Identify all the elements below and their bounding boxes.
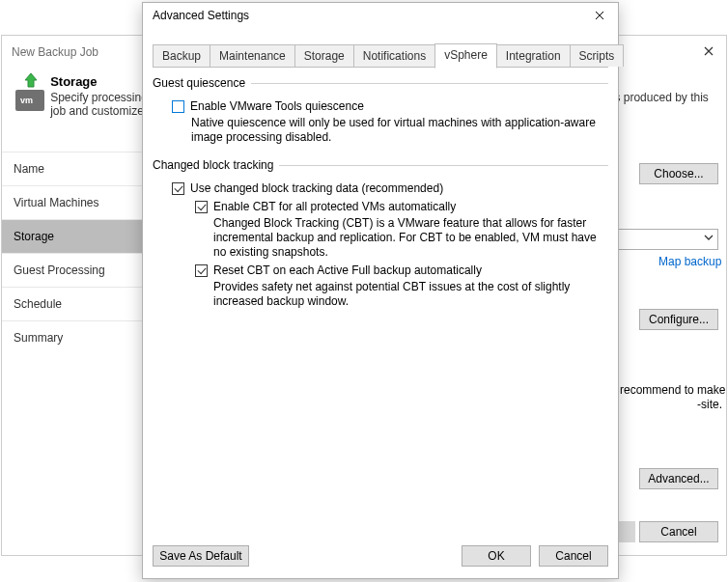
checkbox-use-cbt[interactable] <box>172 182 184 195</box>
nav-summary[interactable]: Summary <box>2 320 152 354</box>
nav-schedule[interactable]: Schedule <box>2 287 152 320</box>
advanced-settings-dialog: Advanced Settings Backup Maintenance Sto… <box>142 2 619 579</box>
ok-button[interactable]: OK <box>462 545 531 567</box>
label-enable-quiescence: Enable VMware Tools quiescence <box>190 99 364 114</box>
text-fragment-1: recommend to make <box>620 383 725 397</box>
checkbox-enable-quiescence[interactable] <box>172 100 184 113</box>
storage-icon: vm <box>12 74 41 115</box>
wizard-title: New Backup Job <box>12 45 98 59</box>
desc-enable-cbt-auto: Changed Block Tracking (CBT) is a VMware… <box>213 216 608 260</box>
desc-enable-quiescence: Native quiescence will only be used for … <box>191 116 608 145</box>
text-fragment-2: -site. <box>697 398 722 411</box>
tab-vsphere[interactable]: vSphere <box>434 43 497 69</box>
save-default-button[interactable]: Save As Default <box>153 545 249 567</box>
nav-storage[interactable]: Storage <box>2 219 152 253</box>
tab-backup[interactable]: Backup <box>153 44 210 67</box>
dialog-title: Advanced Settings <box>153 9 249 22</box>
chevron-down-icon <box>704 233 714 242</box>
tab-scripts[interactable]: Scripts <box>570 44 625 67</box>
desc-reset-cbt: Provides safety net against potential CB… <box>213 280 608 309</box>
map-backup-link[interactable]: Map backup <box>658 255 721 268</box>
label-enable-cbt-auto: Enable CBT for all protected VMs automat… <box>213 200 456 214</box>
wizard-cancel-button[interactable]: Cancel <box>639 521 718 542</box>
advanced-button[interactable]: Advanced... <box>639 468 718 489</box>
dialog-close-button[interactable] <box>583 5 616 26</box>
wizard-nav: Name Virtual Machines Storage Guest Proc… <box>2 152 152 555</box>
tab-notifications[interactable]: Notifications <box>353 44 435 67</box>
wizard-close-button[interactable] <box>699 42 718 61</box>
dialog-footer: Save As Default Cancel OK <box>153 545 608 568</box>
tab-body: Guest quiescence Enable VMware Tools qui… <box>153 67 608 538</box>
close-icon <box>595 11 604 20</box>
checkbox-enable-cbt-auto[interactable] <box>195 201 208 213</box>
label-use-cbt: Use changed block tracking data (recomme… <box>190 181 443 196</box>
choose-button[interactable]: Choose... <box>639 163 718 184</box>
close-icon <box>704 46 714 56</box>
checkbox-reset-cbt[interactable] <box>195 264 208 277</box>
nav-virtual-machines[interactable]: Virtual Machines <box>2 185 152 219</box>
tab-strip: Backup Maintenance Storage Notifications… <box>153 43 608 68</box>
configure-button[interactable]: Configure... <box>639 309 718 330</box>
group-guest-quiescence: Guest quiescence Enable VMware Tools qui… <box>153 76 608 149</box>
legend-cbt: Changed block tracking <box>153 158 279 172</box>
cancel-button[interactable]: Cancel <box>539 545 608 567</box>
legend-guest: Guest quiescence <box>153 76 251 90</box>
group-cbt: Changed block tracking Use changed block… <box>153 158 608 313</box>
nav-guest-processing[interactable]: Guest Processing <box>2 253 152 287</box>
nav-name[interactable]: Name <box>2 152 152 185</box>
tab-integration[interactable]: Integration <box>496 44 571 67</box>
tab-storage[interactable]: Storage <box>294 44 354 67</box>
label-reset-cbt: Reset CBT on each Active Full backup aut… <box>213 263 482 278</box>
tab-maintenance[interactable]: Maintenance <box>210 44 295 67</box>
